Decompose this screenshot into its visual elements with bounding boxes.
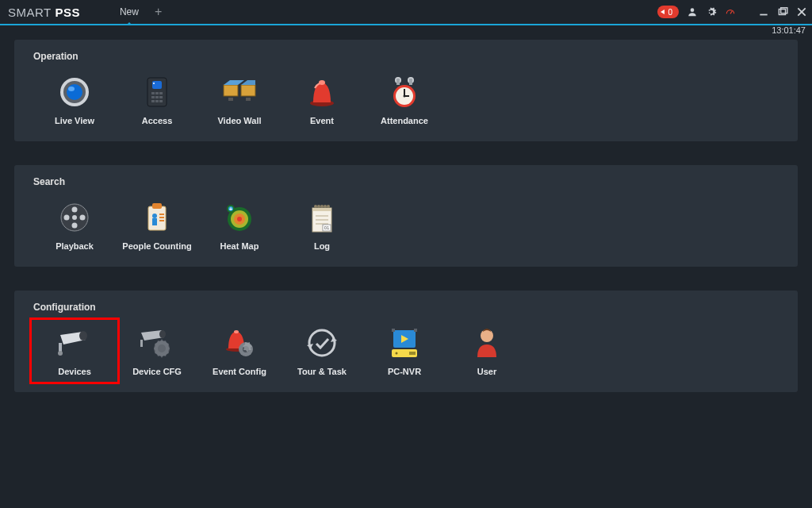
event-config-icon bbox=[216, 327, 263, 359]
item-people-counting[interactable]: People Counting bbox=[116, 202, 198, 251]
item-tour-task[interactable]: Tour & Task bbox=[281, 327, 363, 376]
svg-point-75 bbox=[79, 331, 87, 341]
app-title: SMART PSS bbox=[8, 6, 80, 19]
svg-point-45 bbox=[72, 223, 78, 229]
svg-rect-18 bbox=[155, 96, 159, 98]
svg-point-96 bbox=[481, 329, 493, 342]
svg-rect-30 bbox=[246, 98, 251, 101]
item-label: Event bbox=[310, 116, 334, 125]
tour-task-icon bbox=[298, 327, 346, 359]
item-label: Devices bbox=[58, 367, 91, 376]
item-attendance[interactable]: Attendance bbox=[363, 76, 446, 125]
svg-point-68 bbox=[324, 205, 327, 208]
svg-point-51 bbox=[152, 214, 157, 218]
svg-rect-23 bbox=[224, 85, 238, 96]
item-label: PC-NVR bbox=[388, 367, 421, 376]
user-config-icon bbox=[463, 327, 511, 359]
user-icon[interactable] bbox=[687, 6, 698, 17]
item-label: Log bbox=[314, 241, 330, 251]
gear-icon[interactable] bbox=[706, 6, 717, 17]
speaker-icon bbox=[661, 10, 665, 14]
svg-rect-21 bbox=[155, 100, 159, 102]
pc-nvr-icon bbox=[381, 327, 428, 359]
svg-rect-16 bbox=[159, 92, 163, 94]
svg-rect-95 bbox=[414, 329, 417, 332]
svg-rect-52 bbox=[152, 218, 157, 225]
section-operation: Operation Live View Access Video Wall bbox=[14, 40, 798, 141]
svg-point-0 bbox=[691, 8, 695, 12]
devices-icon bbox=[51, 327, 98, 359]
svg-rect-93 bbox=[409, 352, 416, 355]
item-heat-map[interactable]: + Heat Map bbox=[198, 202, 281, 251]
title-right-group: 0 bbox=[657, 0, 807, 24]
svg-rect-15 bbox=[155, 92, 159, 94]
svg-rect-29 bbox=[228, 98, 233, 101]
event-icon bbox=[298, 76, 346, 108]
svg-point-41 bbox=[404, 95, 406, 98]
svg-rect-94 bbox=[392, 329, 395, 332]
svg-text:01: 01 bbox=[324, 225, 330, 230]
item-user[interactable]: User bbox=[446, 327, 528, 376]
svg-rect-35 bbox=[396, 79, 400, 85]
configuration-grid: Devices Device CFG Event Config Tour & T… bbox=[33, 327, 783, 376]
close-button[interactable] bbox=[796, 6, 807, 17]
item-live-view[interactable]: Live View bbox=[33, 76, 116, 125]
log-icon: 01 bbox=[298, 202, 346, 233]
item-label: People Counting bbox=[122, 241, 191, 251]
item-pc-nvr[interactable]: PC-NVR bbox=[363, 327, 446, 376]
section-search: Search Playback People Counting + Heat M… bbox=[14, 165, 798, 267]
section-title-search: Search bbox=[33, 176, 783, 187]
add-tab-button[interactable]: + bbox=[147, 0, 170, 24]
svg-point-47 bbox=[80, 215, 86, 221]
main-canvas: Operation Live View Access Video Wall bbox=[0, 25, 812, 506]
item-label: Event Config bbox=[213, 367, 266, 376]
svg-rect-24 bbox=[241, 85, 255, 96]
item-device-cfg[interactable]: Device CFG bbox=[116, 327, 198, 376]
item-access[interactable]: Access bbox=[116, 76, 198, 125]
item-event-config[interactable]: Event Config bbox=[198, 327, 281, 376]
live-view-icon bbox=[51, 76, 98, 108]
svg-rect-22 bbox=[159, 100, 163, 102]
section-configuration: Configuration Devices Device CFG Event C… bbox=[14, 291, 798, 392]
svg-rect-12 bbox=[152, 81, 162, 89]
item-devices[interactable]: Devices bbox=[33, 327, 116, 376]
svg-rect-64 bbox=[312, 208, 331, 211]
item-event[interactable]: Event bbox=[281, 76, 363, 125]
svg-point-9 bbox=[67, 84, 82, 100]
item-label: Tour & Task bbox=[297, 367, 347, 376]
item-label: Video Wall bbox=[217, 116, 261, 125]
svg-point-46 bbox=[64, 215, 70, 221]
maximize-button[interactable] bbox=[777, 6, 788, 17]
svg-point-10 bbox=[68, 87, 75, 91]
device-cfg-icon bbox=[133, 327, 181, 359]
svg-point-69 bbox=[327, 205, 330, 208]
svg-point-44 bbox=[72, 207, 78, 213]
svg-point-32 bbox=[319, 80, 325, 85]
svg-point-77 bbox=[58, 351, 63, 356]
item-label: Device CFG bbox=[132, 367, 182, 376]
tab-new[interactable]: New bbox=[112, 0, 147, 24]
operation-grid: Live View Access Video Wall Event bbox=[33, 76, 783, 125]
svg-marker-27 bbox=[224, 80, 244, 85]
svg-rect-14 bbox=[151, 92, 155, 94]
item-video-wall[interactable]: Video Wall bbox=[198, 76, 281, 125]
svg-point-59 bbox=[237, 217, 242, 221]
titlebar: SMART PSS New + 0 bbox=[0, 0, 812, 24]
heat-map-icon: + bbox=[216, 202, 263, 233]
item-log[interactable]: 01 Log bbox=[281, 202, 363, 251]
minimize-button[interactable] bbox=[758, 6, 769, 17]
svg-rect-79 bbox=[140, 340, 143, 347]
item-playback[interactable]: Playback bbox=[33, 202, 116, 251]
tab-strip: New + bbox=[112, 0, 170, 24]
svg-point-67 bbox=[320, 205, 324, 208]
svg-rect-19 bbox=[159, 96, 163, 98]
item-label: Heat Map bbox=[220, 241, 259, 251]
svg-rect-76 bbox=[59, 343, 62, 352]
access-icon bbox=[133, 76, 181, 108]
svg-line-1 bbox=[730, 11, 732, 13]
alert-badge[interactable]: 0 bbox=[657, 6, 679, 18]
gauge-icon[interactable] bbox=[725, 6, 736, 17]
attendance-icon bbox=[381, 76, 428, 108]
svg-point-65 bbox=[314, 205, 317, 208]
svg-rect-20 bbox=[151, 100, 155, 102]
